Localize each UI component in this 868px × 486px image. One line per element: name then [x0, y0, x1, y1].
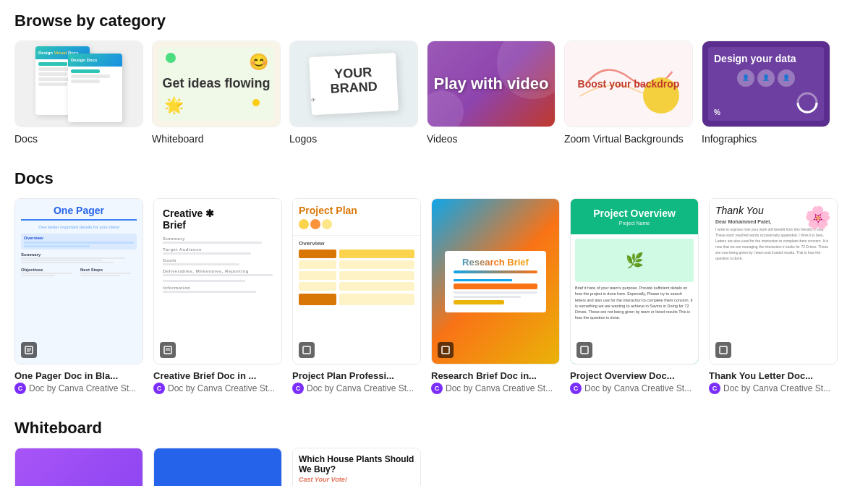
category-item-docs[interactable]: Design Visual Docs [14, 40, 143, 145]
docs-thumb: Design Visual Docs [14, 40, 143, 127]
wb-emoji1: 😊 [249, 53, 268, 72]
research-brief-name: Research Brief Doc in... [431, 370, 560, 381]
wb-ideas-text: Get ideas flowing [162, 76, 270, 92]
template-sitemap[interactable]: Sitemap Sitemap Whiteboard... C Whiteboa… [14, 448, 143, 486]
videos-thumb: Play with video [427, 40, 556, 127]
project-overview-name: Project Overview Doc... [570, 370, 699, 381]
doc-badge-5 [576, 342, 592, 358]
whiteboard-label: Whiteboard [152, 133, 204, 145]
doc-badge-4 [438, 342, 454, 358]
svg-rect-10 [442, 346, 449, 354]
logos-label: Logos [289, 133, 317, 145]
research-brief-thumb: Research Brief [431, 198, 560, 364]
canva-icon-4: C [431, 383, 443, 394]
browse-section: Browse by category Design Visual Docs [14, 12, 854, 148]
thank-you-thumb: 🌸 Thank You Dear Mohammed Patel, I write… [709, 198, 838, 364]
template-one-pager[interactable]: One Pager One better important details f… [14, 198, 143, 394]
one-pager-meta: C Doc by Canva Creative St... [14, 383, 143, 394]
project-overview-thumb: Project Overview Project Name 🌿 Brief it… [570, 198, 699, 364]
videos-label: Videos [427, 133, 458, 145]
logos-text: YOUR BRAND [310, 64, 398, 98]
one-pager-name: One Pager Doc in Bla... [14, 370, 143, 381]
doc-badge-1 [21, 342, 37, 358]
plants-sub: Cast Your Vote! [299, 476, 414, 483]
docs-section: Docs One Pager One better important deta… [14, 169, 854, 397]
zoom-text: Boost your backdrop [578, 78, 680, 90]
creative-brief-thumb: Creative ✱Brief Summary Target Audience … [153, 198, 282, 364]
docs-templates-row: One Pager One better important details f… [14, 198, 854, 397]
template-workflow[interactable]: Workflow Diagram Improve workflow by exp… [153, 448, 282, 486]
svg-rect-9 [303, 346, 310, 354]
wb-emoji2: 🌟 [164, 96, 184, 115]
template-project-overview[interactable]: Project Overview Project Name 🌿 Brief it… [570, 198, 699, 394]
category-row: Design Visual Docs [14, 40, 854, 148]
canva-icon-1: C [14, 383, 26, 394]
creative-brief-name: Creative Brief Doc in ... [153, 370, 282, 381]
doc-badge-6 [715, 342, 731, 358]
template-thank-you[interactable]: 🌸 Thank You Dear Mohammed Patel, I write… [709, 198, 838, 394]
canva-icon-2: C [153, 383, 165, 394]
info-icon3: 👤 [778, 69, 795, 87]
videos-text: Play with video [434, 74, 549, 93]
info-icon2: 👤 [757, 69, 775, 87]
thank-you-name: Thank You Letter Doc... [709, 370, 838, 381]
page-container: Browse by category Design Visual Docs [0, 0, 868, 486]
template-research-brief[interactable]: Research Brief [431, 198, 560, 394]
browse-title: Browse by category [14, 12, 854, 30]
flower-icon: 🌸 [804, 205, 831, 230]
docs-label: Docs [14, 133, 38, 145]
creative-brief-meta: C Doc by Canva Creative St... [153, 383, 282, 394]
template-project-plan[interactable]: Project Plan Overview [292, 198, 421, 394]
whiteboard-section: Whiteboard Sitemap Sitemap Whiteboard...… [14, 419, 854, 486]
sitemap-thumb: Sitemap [14, 448, 143, 486]
whiteboard-templates-row: Sitemap Sitemap Whiteboard... C Whiteboa… [14, 448, 854, 486]
project-plan-name: Project Plan Professi... [292, 370, 421, 381]
workflow-thumb: Workflow Diagram Improve workflow by exp… [153, 448, 282, 486]
template-creative-brief[interactable]: Creative ✱Brief Summary Target Audience … [153, 198, 282, 394]
plants-thumb: Which House Plants Should We Buy? Cast Y… [292, 448, 421, 486]
canva-icon-6: C [709, 383, 720, 394]
one-pager-thumb: One Pager One better important details f… [14, 198, 143, 364]
docs-section-title: Docs [14, 169, 854, 188]
svg-rect-12 [720, 346, 727, 354]
category-item-videos[interactable]: Play with video Videos [427, 40, 556, 145]
zoom-label: Zoom Virtual Backgrounds [564, 133, 684, 145]
thank-you-meta: C Doc by Canva Creative St... [709, 383, 838, 394]
canva-icon-3: C [292, 383, 304, 394]
infographics-text: Design your data [714, 53, 818, 65]
whiteboard-section-title: Whiteboard [14, 419, 854, 438]
svg-rect-11 [581, 346, 588, 354]
infographics-thumb: Design your data 👤 👤 👤 % [702, 40, 830, 127]
category-item-logos[interactable]: YOUR BRAND ✈ Logos [289, 40, 418, 145]
category-item-zoom[interactable]: Boost your backdrop Zoom Virtual Backgro… [564, 40, 693, 145]
whiteboard-thumb: 😊 Get ideas flowing 🌟 [152, 40, 281, 127]
infographics-label: Infographics [702, 133, 757, 145]
category-item-whiteboard[interactable]: 😊 Get ideas flowing 🌟 Whiteboard [152, 40, 281, 145]
logos-thumb: YOUR BRAND ✈ [289, 40, 418, 127]
zoom-thumb: Boost your backdrop [564, 40, 693, 127]
project-plan-thumb: Project Plan Overview [292, 198, 421, 364]
template-plants[interactable]: Which House Plants Should We Buy? Cast Y… [292, 448, 421, 486]
info-icon1: 👤 [737, 69, 754, 87]
research-brief-meta: C Doc by Canva Creative St... [431, 383, 560, 394]
project-overview-meta: C Doc by Canva Creative St... [570, 383, 699, 394]
plants-title: Which House Plants Should We Buy? [299, 454, 414, 474]
doc-badge-2 [160, 342, 176, 358]
canva-icon-5: C [570, 383, 582, 394]
category-item-infographics[interactable]: Design your data 👤 👤 👤 % [702, 40, 830, 145]
doc-badge-3 [299, 342, 315, 358]
project-plan-meta: C Doc by Canva Creative St... [292, 383, 421, 394]
